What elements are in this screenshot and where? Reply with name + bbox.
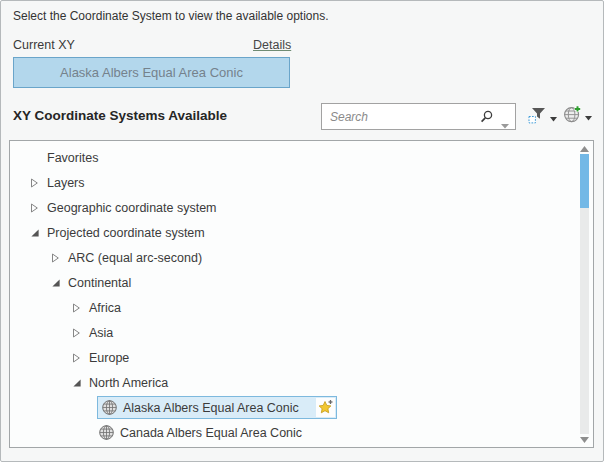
add-to-favorites-star-icon[interactable] bbox=[316, 398, 335, 417]
search-options-chevron-down-icon[interactable] bbox=[501, 115, 509, 133]
filter-chevron-down-icon bbox=[550, 108, 557, 126]
scrollbar-thumb[interactable] bbox=[580, 154, 589, 208]
tree-item-label: Layers bbox=[47, 176, 85, 190]
add-coordinate-system-button[interactable] bbox=[563, 106, 592, 126]
tree-item-alaska-albers-equal-area-conic[interactable]: Alaska Albers Equal Area Conic bbox=[10, 395, 576, 420]
expander-collapsed-icon[interactable] bbox=[72, 353, 89, 363]
current-xy-value-box[interactable]: Alaska Albers Equal Area Conic bbox=[13, 57, 290, 88]
tree-item-africa[interactable]: Africa bbox=[10, 295, 576, 320]
search-box bbox=[321, 103, 516, 130]
tree-item-arc-equal-arc-second[interactable]: ARC (equal arc-second) bbox=[10, 245, 576, 270]
expander-collapsed-icon[interactable] bbox=[30, 203, 47, 213]
tree-item-asia[interactable]: Asia bbox=[10, 320, 576, 345]
current-xy-label: Current XY bbox=[13, 38, 75, 52]
tree-item-label: Projected coordinate system bbox=[47, 226, 205, 240]
expander-collapsed-icon[interactable] bbox=[30, 178, 47, 188]
vertical-scrollbar bbox=[578, 143, 591, 445]
tree-item-continental[interactable]: Continental bbox=[10, 270, 576, 295]
globe-plus-icon bbox=[563, 105, 582, 128]
expander-expanded-icon[interactable] bbox=[51, 278, 68, 288]
tree-item-favorites[interactable]: Favorites bbox=[10, 145, 576, 170]
tree-item-layers[interactable]: Layers bbox=[10, 170, 576, 195]
expander-expanded-icon[interactable] bbox=[30, 228, 47, 238]
tree-item-label: Favorites bbox=[47, 151, 98, 165]
tree-item-canada-lambert-conformal-conic[interactable]: Canada Lambert Conformal Conic bbox=[10, 445, 576, 446]
globe-icon bbox=[101, 399, 118, 416]
add-chevron-down-icon bbox=[585, 107, 592, 125]
scroll-down-triangle-down-icon[interactable] bbox=[578, 434, 591, 445]
tree-item-label: ARC (equal arc-second) bbox=[68, 251, 202, 265]
coordinate-system-dialog: Select the Coordinate System to view the… bbox=[0, 0, 604, 462]
scroll-up-triangle-up-icon[interactable] bbox=[578, 143, 591, 154]
current-xy-value: Alaska Albers Equal Area Conic bbox=[60, 65, 243, 80]
expander-collapsed-icon[interactable] bbox=[72, 303, 89, 313]
section-title: XY Coordinate Systems Available bbox=[13, 108, 227, 123]
tree-item-label: Africa bbox=[89, 301, 121, 315]
tree-item-label: Europe bbox=[89, 351, 129, 365]
filter-button[interactable] bbox=[528, 107, 557, 127]
coordinate-tree-panel: FavoritesLayersGeographic coordinate sys… bbox=[9, 140, 594, 448]
instruction-text: Select the Coordinate System to view the… bbox=[13, 9, 329, 23]
tree-item-label: Continental bbox=[68, 276, 131, 290]
search-icon[interactable] bbox=[480, 110, 493, 124]
tree-item-label: Alaska Albers Equal Area Conic bbox=[123, 401, 299, 415]
scrollbar-track[interactable] bbox=[580, 154, 589, 434]
tree-item-geographic-coordinate-system[interactable]: Geographic coordinate system bbox=[10, 195, 576, 220]
tree-item-europe[interactable]: Europe bbox=[10, 345, 576, 370]
coordinate-tree: FavoritesLayersGeographic coordinate sys… bbox=[10, 145, 576, 446]
expander-collapsed-icon[interactable] bbox=[51, 253, 68, 263]
tree-item-label: Asia bbox=[89, 326, 113, 340]
expander-expanded-icon[interactable] bbox=[72, 378, 89, 388]
tree-item-north-america[interactable]: North America bbox=[10, 370, 576, 395]
tree-item-projected-coordinate-system[interactable]: Projected coordinate system bbox=[10, 220, 576, 245]
funnel-icon bbox=[528, 107, 547, 128]
search-input[interactable] bbox=[322, 104, 482, 129]
expander-collapsed-icon[interactable] bbox=[72, 328, 89, 338]
tree-item-canada-albers-equal-area-conic[interactable]: Canada Albers Equal Area Conic bbox=[10, 420, 576, 445]
selected-item-box[interactable]: Alaska Albers Equal Area Conic bbox=[97, 396, 337, 419]
tree-item-label: North America bbox=[89, 376, 168, 390]
tree-item-label: Geographic coordinate system bbox=[47, 201, 217, 215]
tree-item-label: Canada Albers Equal Area Conic bbox=[120, 426, 302, 440]
globe-icon bbox=[98, 424, 115, 441]
details-link[interactable]: Details bbox=[253, 38, 291, 52]
